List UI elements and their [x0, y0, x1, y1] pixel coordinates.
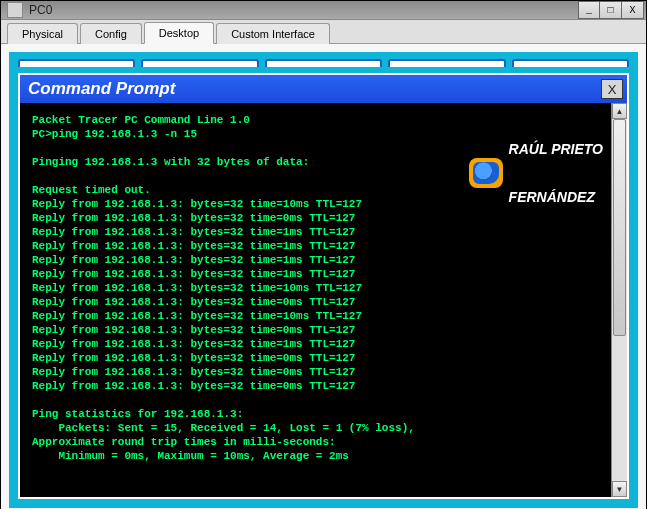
terminal-line: Reply from 192.168.1.3: bytes=32 time=0m…	[32, 296, 355, 308]
desktop-app-stub[interactable]	[265, 59, 382, 67]
terminal-line: Reply from 192.168.1.3: bytes=32 time=1m…	[32, 338, 355, 350]
scroll-up-button[interactable]: ▲	[612, 103, 627, 119]
close-button[interactable]: X	[622, 1, 644, 19]
terminal-line: Reply from 192.168.1.3: bytes=32 time=0m…	[32, 366, 355, 378]
terminal-line: Reply from 192.168.1.3: bytes=32 time=0m…	[32, 324, 355, 336]
terminal-line: Pinging 192.168.1.3 with 32 bytes of dat…	[32, 156, 309, 168]
window-titlebar[interactable]: PC0 _ □ X	[1, 1, 646, 20]
desktop-app-stub[interactable]	[18, 59, 135, 67]
terminal-line: Reply from 192.168.1.3: bytes=32 time=0m…	[32, 212, 355, 224]
terminal-line: Packets: Sent = 15, Received = 14, Lost …	[32, 422, 415, 434]
terminal-line: Reply from 192.168.1.3: bytes=32 time=10…	[32, 310, 362, 322]
terminal-line: PC>ping 192.168.1.3 -n 15	[32, 128, 197, 140]
terminal-line: Reply from 192.168.1.3: bytes=32 time=10…	[32, 282, 362, 294]
terminal-line: Reply from 192.168.1.3: bytes=32 time=1m…	[32, 268, 355, 280]
watermark-line2: FERNÁNDEZ	[509, 189, 603, 205]
watermark-text: RAÚL PRIETO FERNÁNDEZ	[509, 109, 603, 237]
desktop-frame: Command Prompt X Packet Tracer PC Comman…	[9, 52, 638, 508]
window-title: PC0	[27, 3, 578, 17]
command-prompt-titlebar[interactable]: Command Prompt X	[20, 75, 627, 103]
terminal-line: Reply from 192.168.1.3: bytes=32 time=0m…	[32, 380, 355, 392]
scroll-thumb[interactable]	[613, 119, 626, 336]
terminal-line: Minimum = 0ms, Maximum = 10ms, Average =…	[32, 450, 349, 462]
terminal-scrollbar[interactable]: ▲ ▼	[611, 103, 627, 497]
terminal-line: Reply from 192.168.1.3: bytes=32 time=1m…	[32, 254, 355, 266]
watermark-line1: RAÚL PRIETO	[509, 141, 603, 157]
scroll-down-button[interactable]: ▼	[612, 481, 627, 497]
desktop-app-stub[interactable]	[141, 59, 258, 67]
desktop-app-stub[interactable]	[512, 59, 629, 67]
watermark-logo-icon	[469, 158, 503, 188]
scroll-track[interactable]	[612, 119, 627, 481]
terminal-output[interactable]: Packet Tracer PC Command Line 1.0 PC>pin…	[20, 103, 611, 497]
terminal-line: Packet Tracer PC Command Line 1.0	[32, 114, 250, 126]
terminal-line: Reply from 192.168.1.3: bytes=32 time=10…	[32, 198, 362, 210]
desktop-icon-row	[12, 55, 635, 73]
tab-physical[interactable]: Physical	[7, 23, 78, 44]
watermark: RAÚL PRIETO FERNÁNDEZ	[469, 109, 603, 237]
desktop-app-stub[interactable]	[388, 59, 505, 67]
terminal-line: Reply from 192.168.1.3: bytes=32 time=1m…	[32, 226, 355, 238]
command-prompt-close-button[interactable]: X	[601, 79, 623, 99]
terminal-line: Ping statistics for 192.168.1.3:	[32, 408, 243, 420]
tab-desktop[interactable]: Desktop	[144, 22, 214, 44]
terminal-container: Packet Tracer PC Command Line 1.0 PC>pin…	[20, 103, 627, 497]
window-controls: _ □ X	[578, 1, 644, 19]
tab-bar: Physical Config Desktop Custom Interface	[1, 20, 646, 44]
command-prompt-window: Command Prompt X Packet Tracer PC Comman…	[18, 73, 629, 499]
command-prompt-title: Command Prompt	[28, 79, 601, 99]
terminal-line: Approximate round trip times in milli-se…	[32, 436, 336, 448]
tab-custom-interface[interactable]: Custom Interface	[216, 23, 330, 44]
pc-window: PC0 _ □ X Physical Config Desktop Custom…	[0, 0, 647, 509]
terminal-line: Request timed out.	[32, 184, 151, 196]
maximize-button[interactable]: □	[600, 1, 622, 19]
terminal-line: Reply from 192.168.1.3: bytes=32 time=1m…	[32, 240, 355, 252]
workspace: Command Prompt X Packet Tracer PC Comman…	[1, 44, 646, 509]
minimize-button[interactable]: _	[578, 1, 600, 19]
terminal-line: Reply from 192.168.1.3: bytes=32 time=0m…	[32, 352, 355, 364]
app-icon	[7, 2, 23, 18]
tab-config[interactable]: Config	[80, 23, 142, 44]
